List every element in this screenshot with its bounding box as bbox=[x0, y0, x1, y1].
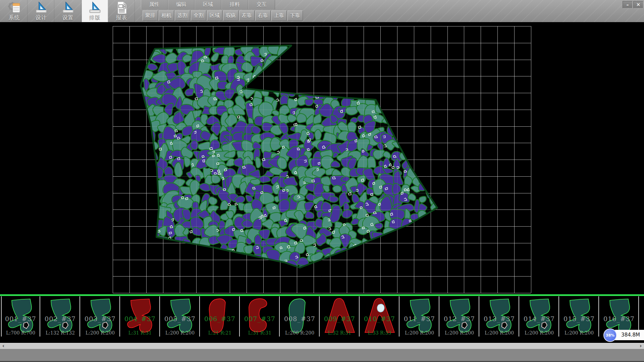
part-cell[interactable]: 007_#37L:31 R:31 bbox=[240, 296, 280, 337]
close-button[interactable]: ✕ bbox=[633, 1, 643, 8]
part-shape bbox=[81, 296, 120, 336]
scroll-right-arrow[interactable]: › bbox=[638, 343, 643, 349]
nav-button-report[interactable]: 报表 bbox=[109, 0, 135, 22]
part-cell[interactable]: 005_#37L:200 R:200 bbox=[161, 296, 200, 337]
nav-button-layout[interactable]: 排版 bbox=[82, 0, 108, 22]
toolbar: 系统 设计 设置 bbox=[0, 0, 644, 22]
part-shape bbox=[520, 296, 559, 336]
tool-defect[interactable]: 瑕疵 bbox=[223, 10, 238, 21]
nav-label-report: 报表 bbox=[109, 14, 135, 21]
part-cell[interactable]: 012_#37L:200 R:200 bbox=[440, 296, 479, 337]
parts-strip: 001_#37L:700 R:700002_#37L:132 R:132003_… bbox=[0, 294, 644, 343]
nav-label-system: 系统 bbox=[1, 14, 27, 21]
tab-interact[interactable]: 交互 bbox=[248, 0, 275, 9]
tool-align-bottom[interactable]: 下靠 bbox=[287, 10, 303, 21]
part-cell[interactable]: 003_#37L:200 R:200 bbox=[81, 296, 120, 337]
part-cell[interactable]: 015_#37L:200 R:200 bbox=[560, 296, 599, 337]
horizontal-scrollbar[interactable]: ‹ › bbox=[0, 343, 644, 349]
status-bar bbox=[0, 349, 644, 362]
part-shape bbox=[440, 296, 479, 336]
part-shape bbox=[161, 296, 200, 336]
report-icon bbox=[115, 1, 129, 15]
nav-button-settings[interactable]: 设置 bbox=[55, 0, 81, 22]
nav-button-design[interactable]: 设计 bbox=[28, 0, 54, 22]
layout-icon bbox=[88, 1, 102, 15]
part-shape bbox=[560, 296, 599, 336]
minimize-button[interactable]: – bbox=[623, 1, 633, 8]
system-icon bbox=[7, 1, 21, 15]
nav-label-design: 设计 bbox=[28, 14, 54, 21]
part-shape bbox=[360, 296, 399, 336]
tab-region[interactable]: 区域 bbox=[195, 0, 221, 9]
tool-align-left[interactable]: 左靠 bbox=[239, 10, 255, 21]
part-cell[interactable]: 001_#37L:700 R:700 bbox=[1, 296, 40, 337]
tool-cut-all[interactable]: 全割 bbox=[191, 10, 206, 21]
part-shape bbox=[41, 296, 80, 336]
settings-icon bbox=[61, 1, 75, 15]
part-shape bbox=[400, 296, 439, 336]
nav-label-settings: 设置 bbox=[55, 14, 81, 21]
part-cell[interactable]: 010_#37L:33 R:33 bbox=[360, 296, 399, 337]
tool-align-top[interactable]: 上靠 bbox=[271, 10, 287, 21]
part-shape bbox=[121, 296, 160, 336]
part-cell[interactable]: 011_#37L:200 R:200 bbox=[400, 296, 439, 337]
nav-button-system[interactable]: 系统 bbox=[1, 0, 28, 22]
part-cell[interactable]: 008_#37L:200 R:200 bbox=[280, 296, 320, 337]
nesting-canvas[interactable] bbox=[0, 22, 644, 294]
tab-properties[interactable]: 属性 bbox=[141, 0, 168, 9]
tab-edit[interactable]: 编辑 bbox=[168, 0, 195, 9]
scroll-left-arrow[interactable]: ‹ bbox=[1, 343, 6, 349]
tool-select-cut[interactable]: 选割 bbox=[175, 10, 190, 21]
part-shape bbox=[320, 296, 360, 336]
progress-percent-badge: 38% bbox=[603, 328, 617, 342]
part-cell[interactable]: 009_#37L:32 R:31 bbox=[320, 296, 360, 337]
part-cell[interactable]: 004_#37L:31 R:31 bbox=[121, 296, 160, 337]
tool-region[interactable]: 区域 bbox=[207, 10, 222, 21]
design-icon bbox=[34, 1, 48, 15]
part-shape bbox=[201, 296, 240, 336]
part-shape bbox=[480, 296, 519, 336]
tab-nesting[interactable]: 排料 bbox=[221, 0, 248, 9]
tool-camera[interactable]: 相机 bbox=[159, 10, 174, 21]
part-cell[interactable]: 006_#37L:21 R:21 bbox=[201, 296, 240, 337]
tool-cluster-nest[interactable]: 聚排 bbox=[143, 10, 158, 21]
part-cell[interactable]: 002_#37L:132 R:132 bbox=[41, 296, 80, 337]
tool-align-right[interactable]: 右靠 bbox=[255, 10, 271, 21]
part-shape bbox=[240, 296, 280, 336]
app-window: 系统 设计 设置 bbox=[0, 0, 644, 362]
part-cell[interactable]: 013_#37L:200 R:200 bbox=[480, 296, 519, 337]
part-shape bbox=[280, 296, 320, 336]
part-shape bbox=[2, 296, 40, 336]
part-cell[interactable]: 014_#37L:200 R:200 bbox=[520, 296, 559, 337]
nav-label-layout: 排版 bbox=[82, 14, 108, 21]
